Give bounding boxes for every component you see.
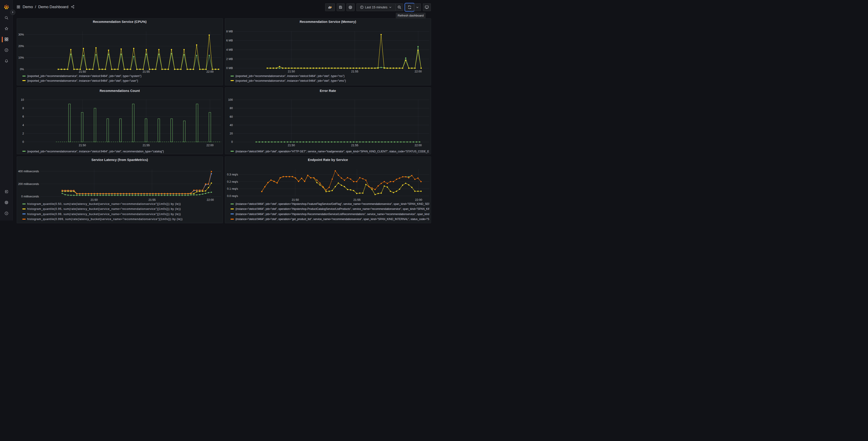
svg-text:?: ? bbox=[6, 212, 7, 215]
